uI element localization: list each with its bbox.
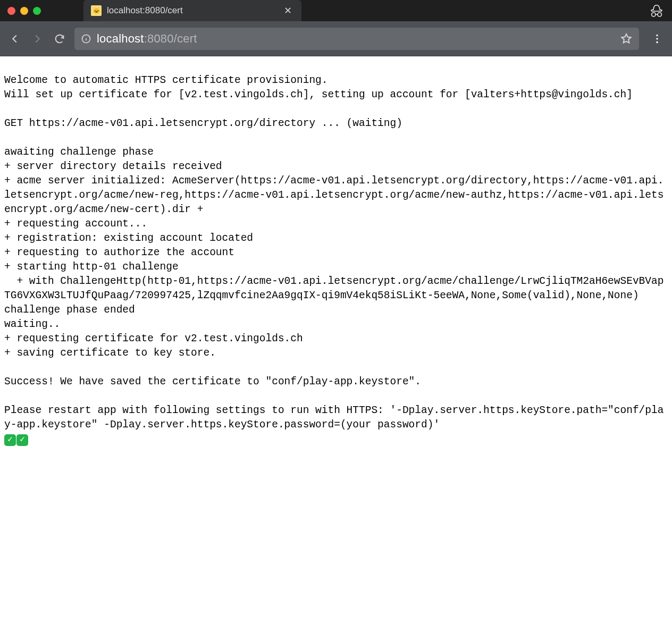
svg-point-3 xyxy=(656,34,658,36)
browser-toolbar: localhost:8080/cert xyxy=(0,21,672,56)
url-path: :8080/cert xyxy=(144,32,197,45)
incognito-icon xyxy=(649,3,665,21)
reload-button[interactable] xyxy=(52,31,67,46)
browser-tab[interactable]: 🐱 localhost:8080/cert ✕ xyxy=(83,0,301,21)
page-content: Welcome to automatic HTTPS certificate p… xyxy=(0,56,672,451)
forward-button[interactable] xyxy=(30,31,45,46)
address-bar[interactable]: localhost:8080/cert xyxy=(74,28,639,50)
url-host: localhost xyxy=(97,32,144,45)
window-titlebar: 🐱 localhost:8080/cert ✕ xyxy=(0,0,672,21)
window-minimize-button[interactable] xyxy=(20,7,28,15)
tab-favicon-icon: 🐱 xyxy=(91,5,102,16)
checkmark-icon: ✓ xyxy=(16,434,28,446)
svg-point-5 xyxy=(656,41,658,43)
traffic-lights xyxy=(7,7,41,15)
back-button[interactable] xyxy=(7,31,22,46)
window-close-button[interactable] xyxy=(7,7,15,15)
tab-close-button[interactable]: ✕ xyxy=(282,5,294,16)
svg-point-4 xyxy=(656,38,658,40)
overflow-menu-button[interactable] xyxy=(650,31,665,46)
window-maximize-button[interactable] xyxy=(33,7,41,15)
site-info-icon[interactable] xyxy=(81,33,91,44)
page-body-text: Welcome to automatic HTTPS certificate p… xyxy=(4,74,663,431)
bookmark-star-icon[interactable] xyxy=(620,32,633,45)
success-indicators: ✓✓ xyxy=(4,434,29,446)
tab-title: localhost:8080/cert xyxy=(107,5,276,16)
checkmark-icon: ✓ xyxy=(4,434,16,446)
url-text: localhost:8080/cert xyxy=(97,32,615,46)
